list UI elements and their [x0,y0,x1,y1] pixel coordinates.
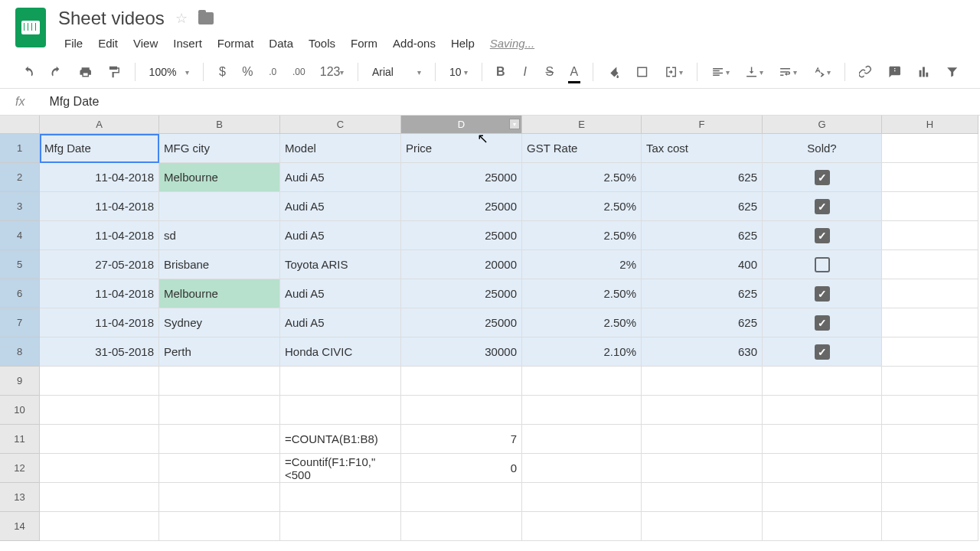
cell[interactable] [40,425,159,454]
cell[interactable]: =Countif(F1:F10,"<500 [280,454,401,483]
row-header[interactable]: 2 [0,163,40,192]
cell[interactable] [882,483,978,512]
bold-button[interactable]: B [490,60,511,83]
cell[interactable]: Sydney [159,308,280,337]
column-header-g[interactable]: G [763,116,882,134]
increase-decimal-button[interactable]: .00 [286,62,311,82]
checkbox[interactable] [815,286,830,302]
cell[interactable] [40,512,159,541]
row-header[interactable]: 5 [0,250,40,279]
cell[interactable] [763,337,882,367]
cell[interactable] [882,308,978,337]
menu-view[interactable]: View [127,34,164,53]
cell[interactable]: 11-04-2018 [40,221,159,250]
folder-icon[interactable] [198,12,214,24]
cell[interactable]: 625 [642,163,763,192]
cell[interactable]: 7 [401,425,522,454]
cell[interactable] [280,512,401,541]
cell[interactable]: Mfg Date [40,134,159,163]
cell[interactable] [159,512,280,541]
cell[interactable]: 25000 [401,221,522,250]
cell[interactable] [763,250,882,279]
vertical-align-button[interactable]: ▾ [739,60,769,83]
cell[interactable] [642,396,763,425]
cell[interactable] [159,454,280,483]
checkbox[interactable] [815,170,830,185]
paint-format-button[interactable] [101,60,126,83]
text-rotation-button[interactable]: ▾ [806,60,837,83]
cell[interactable] [763,279,882,308]
row-header[interactable]: 1 [0,134,40,163]
cell[interactable]: 2.50% [522,163,642,192]
cell[interactable] [763,396,882,425]
insert-comment-button[interactable] [882,60,907,83]
cell[interactable]: Tax cost [642,134,763,163]
cell[interactable] [642,454,763,483]
merge-cells-button[interactable]: ▾ [658,60,689,83]
cell[interactable] [522,454,642,483]
row-header[interactable]: 4 [0,221,40,250]
cell[interactable] [522,396,642,425]
cell[interactable] [763,192,882,221]
cell[interactable]: 625 [642,192,763,221]
percent-button[interactable]: % [236,60,259,83]
column-header-h[interactable]: H [882,116,978,134]
strikethrough-button[interactable]: S [539,60,560,83]
cell[interactable] [159,425,280,454]
cell[interactable]: Model [280,134,401,163]
cell[interactable]: 25000 [401,308,522,337]
cell[interactable]: 25000 [401,163,522,192]
decrease-decimal-button[interactable]: .0 [262,62,283,82]
text-color-button[interactable]: A [564,60,585,83]
cell[interactable] [40,396,159,425]
cell[interactable] [642,367,763,396]
cell[interactable] [882,221,978,250]
cell[interactable] [40,483,159,512]
checkbox[interactable] [815,344,830,360]
cell[interactable] [763,367,882,396]
cell[interactable] [882,192,978,221]
cell[interactable]: 2.50% [522,221,642,250]
cell[interactable] [882,512,978,541]
cell[interactable] [40,367,159,396]
row-header[interactable]: 3 [0,192,40,221]
row-header[interactable]: 8 [0,337,40,367]
cell[interactable]: 30000 [401,337,522,367]
cell[interactable] [642,425,763,454]
checkbox[interactable] [815,199,830,214]
row-header[interactable]: 11 [0,425,40,454]
currency-button[interactable]: $ [211,60,233,83]
undo-button[interactable] [15,60,41,83]
cell[interactable]: 11-04-2018 [40,279,159,308]
cell[interactable] [159,396,280,425]
cell[interactable]: Audi A5 [280,279,401,308]
column-dropdown-icon[interactable]: ▾ [509,119,520,129]
cell[interactable] [882,337,978,367]
column-header-e[interactable]: E [522,116,642,134]
menu-form[interactable]: Form [345,34,384,53]
cell[interactable] [522,425,642,454]
cell[interactable]: 31-05-2018 [40,337,159,367]
cell[interactable]: Honda CIVIC [280,337,401,367]
menu-file[interactable]: File [58,34,89,53]
menu-insert[interactable]: Insert [167,34,208,53]
cell[interactable]: Brisbane [159,250,280,279]
cell[interactable]: Perth [159,337,280,367]
row-header[interactable]: 10 [0,396,40,425]
insert-chart-button[interactable] [910,60,936,83]
cell[interactable] [882,396,978,425]
cell[interactable]: 11-04-2018 [40,163,159,192]
cell[interactable] [882,454,978,483]
column-header-d[interactable]: D▾ [401,116,522,134]
cell[interactable] [882,134,978,163]
cell[interactable]: 25000 [401,279,522,308]
cell[interactable] [401,483,522,512]
cell[interactable]: sd [159,221,280,250]
cell[interactable] [763,425,882,454]
cell[interactable] [522,512,642,541]
cell[interactable] [882,367,978,396]
checkbox[interactable] [815,257,830,272]
star-icon[interactable]: ☆ [175,10,188,27]
cell[interactable]: Audi A5 [280,192,401,221]
menu-addons[interactable]: Add-ons [387,34,442,53]
